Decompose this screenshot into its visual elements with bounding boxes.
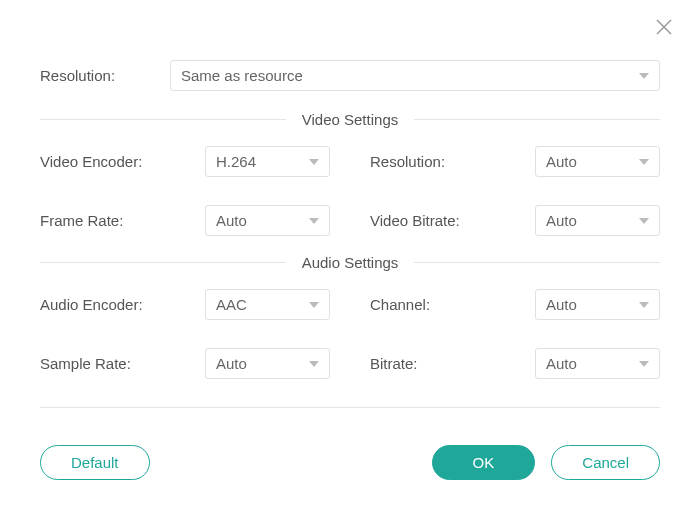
channel-dropdown[interactable]: Auto [535,289,660,320]
video-encoder-label: Video Encoder: [40,153,142,170]
default-button[interactable]: Default [40,445,150,480]
video-settings-grid: Video Encoder: H.264 Resolution: Auto Fr… [40,146,660,236]
video-resolution-field: Resolution: Auto [370,146,660,177]
chevron-down-icon [639,361,649,367]
sample-rate-dropdown[interactable]: Auto [205,348,330,379]
chevron-down-icon [309,302,319,308]
chevron-down-icon [639,302,649,308]
video-bitrate-label: Video Bitrate: [370,212,460,229]
close-icon [654,17,674,40]
channel-field: Channel: Auto [370,289,660,320]
frame-rate-label: Frame Rate: [40,212,123,229]
video-bitrate-dropdown[interactable]: Auto [535,205,660,236]
frame-rate-value: Auto [216,212,247,229]
video-resolution-dropdown[interactable]: Auto [535,146,660,177]
top-resolution-dropdown[interactable]: Same as resource [170,60,660,91]
sample-rate-label: Sample Rate: [40,355,131,372]
frame-rate-dropdown[interactable]: Auto [205,205,330,236]
close-button[interactable] [652,16,676,40]
top-resolution-row: Resolution: Same as resource [40,60,660,91]
channel-label: Channel: [370,296,430,313]
audio-settings-grid: Audio Encoder: AAC Channel: Auto Sample … [40,289,660,379]
bottom-divider [40,407,660,408]
sample-rate-value: Auto [216,355,247,372]
top-resolution-label: Resolution: [40,67,160,84]
cancel-button[interactable]: Cancel [551,445,660,480]
video-section-divider: Video Settings [40,111,660,128]
frame-rate-field: Frame Rate: Auto [40,205,330,236]
audio-encoder-label: Audio Encoder: [40,296,143,313]
audio-bitrate-label: Bitrate: [370,355,418,372]
ok-button[interactable]: OK [432,445,536,480]
video-bitrate-field: Video Bitrate: Auto [370,205,660,236]
audio-bitrate-field: Bitrate: Auto [370,348,660,379]
chevron-down-icon [639,218,649,224]
button-row: Default OK Cancel [40,445,660,480]
video-encoder-dropdown[interactable]: H.264 [205,146,330,177]
audio-section-title: Audio Settings [286,254,415,271]
chevron-down-icon [309,218,319,224]
video-section-title: Video Settings [286,111,414,128]
audio-encoder-field: Audio Encoder: AAC [40,289,330,320]
video-resolution-value: Auto [546,153,577,170]
audio-encoder-value: AAC [216,296,247,313]
audio-bitrate-value: Auto [546,355,577,372]
chevron-down-icon [309,361,319,367]
video-encoder-field: Video Encoder: H.264 [40,146,330,177]
chevron-down-icon [639,159,649,165]
video-resolution-label: Resolution: [370,153,445,170]
video-bitrate-value: Auto [546,212,577,229]
top-resolution-value: Same as resource [181,67,303,84]
sample-rate-field: Sample Rate: Auto [40,348,330,379]
audio-bitrate-dropdown[interactable]: Auto [535,348,660,379]
chevron-down-icon [639,73,649,79]
audio-encoder-dropdown[interactable]: AAC [205,289,330,320]
chevron-down-icon [309,159,319,165]
video-encoder-value: H.264 [216,153,256,170]
audio-section-divider: Audio Settings [40,254,660,271]
channel-value: Auto [546,296,577,313]
